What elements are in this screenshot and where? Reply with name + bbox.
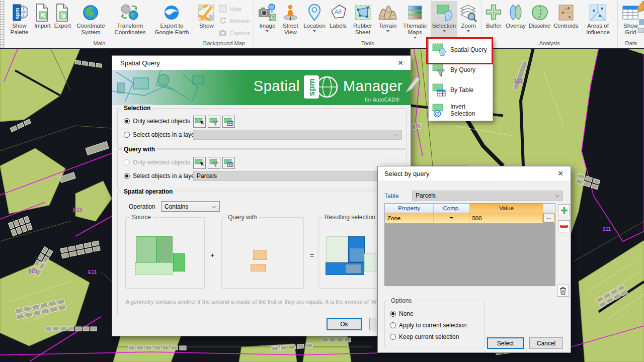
- grid-cell-property[interactable]: Zone: [385, 213, 434, 223]
- combo-value: Parcels: [416, 192, 436, 199]
- ribbon-button-show-background[interactable]: Show: [196, 1, 217, 29]
- diagram-shape: [251, 264, 266, 272]
- ribbon-button-labels[interactable]: AB Labels: [327, 1, 349, 29]
- ribbon-button-buffer[interactable]: Buffer: [483, 1, 504, 29]
- remove-condition-button[interactable]: [558, 220, 570, 232]
- ribbon-button-label: Transform Coordinates: [110, 23, 149, 36]
- dialog-title: Select by query: [384, 170, 430, 177]
- qw-filter-objects-button[interactable]: [208, 157, 220, 169]
- operation-label: Operation: [129, 203, 155, 210]
- spatial-query-titlebar[interactable]: Spatial Query ✕: [112, 56, 411, 70]
- dissolve-icon: [530, 3, 549, 23]
- chevron-down-icon: [386, 30, 389, 32]
- pick-objects-button[interactable]: [193, 116, 206, 128]
- ribbon-button-label: Street View: [280, 23, 300, 36]
- table-objects-button[interactable]: [222, 116, 235, 128]
- ribbon-button-label: Image: [259, 23, 275, 29]
- ribbon-button-label: Export to Google Earth: [152, 23, 191, 36]
- ribbon-button-location[interactable]: Location: [302, 1, 327, 32]
- ribbon-button-terrain[interactable]: Terrain: [376, 1, 399, 32]
- ribbon-button-rubber-sheet[interactable]: Rubber Sheet: [349, 1, 376, 36]
- grid-header-value[interactable]: Value: [470, 204, 543, 213]
- chevron-down-icon: [394, 132, 399, 137]
- ok-button[interactable]: Ok: [327, 318, 362, 330]
- ribbon-button-export-google-earth[interactable]: Export to Google Earth: [151, 1, 192, 36]
- grid-header-property[interactable]: Property: [385, 204, 434, 213]
- diagram-shape: [173, 253, 185, 272]
- street-view-pegman-icon: [281, 3, 299, 23]
- ribbon-button-street-view[interactable]: Street View: [279, 1, 302, 36]
- import-icon: [34, 3, 51, 23]
- ribbon-button-refresh: Refresh: [217, 15, 252, 27]
- table-combo[interactable]: Parcels: [412, 191, 563, 201]
- menu-item-label: By Query: [450, 66, 475, 73]
- radio-select-objects-in-layer[interactable]: Select objects in a layer: [124, 131, 197, 138]
- ribbon-button-label: Location: [303, 23, 325, 29]
- image-camera-icon: [257, 3, 277, 23]
- ribbon-button-label: Centroids: [553, 23, 578, 29]
- ribbon-button-coordinate-system[interactable]: Coordinate System: [72, 1, 109, 36]
- ribbon-button-centroids[interactable]: Centroids: [552, 1, 580, 29]
- value-ellipsis-button[interactable]: ...: [543, 214, 554, 223]
- ribbon-grip[interactable]: [0, 0, 5, 48]
- query-grid-row[interactable]: Zone = 500 ...: [385, 213, 555, 224]
- qw-table-objects-button[interactable]: [222, 157, 235, 169]
- map-label: B13: [73, 207, 82, 213]
- radio-qw-only-selected-objects: Only selected objects: [124, 159, 190, 166]
- radio-icon: [390, 322, 396, 328]
- radio-none[interactable]: None: [390, 310, 414, 317]
- query-with-layer-combo[interactable]: Parcels: [193, 171, 402, 181]
- qw-pick-objects-button[interactable]: [193, 157, 206, 169]
- map-label: E11: [88, 269, 97, 275]
- ribbon-button-thematic-maps[interactable]: Thematic Maps: [399, 1, 431, 39]
- selection-groupbox: Selection Only selected objects Select o…: [117, 108, 407, 149]
- menu-item-invert-selection[interactable]: Invert Selection: [429, 100, 493, 120]
- ribbon-button-export[interactable]: Export: [52, 1, 72, 29]
- ribbon-button-transform-coordinates[interactable]: Transform Coordinates: [109, 1, 151, 36]
- invert-selection-icon: [432, 103, 447, 117]
- select-by-query-titlebar[interactable]: Select by query ✕: [378, 166, 571, 180]
- ribbon-button-dissolve[interactable]: Dissolve: [527, 1, 552, 29]
- ribbon-button-import[interactable]: Import: [32, 1, 52, 29]
- diagram-shape: [253, 250, 267, 260]
- export-icon: [54, 3, 71, 23]
- by-query-funnel-icon: [432, 63, 447, 77]
- map-label: 211: [603, 226, 611, 232]
- radio-keep-current-selection[interactable]: Keep current selection: [390, 333, 459, 340]
- close-icon[interactable]: ✕: [555, 169, 566, 177]
- overlay-icon: [506, 3, 525, 23]
- options-groupbox: Options None Apply to current selection …: [384, 301, 485, 347]
- chevron-down-icon: [467, 30, 470, 32]
- ribbon-group-label: Data: [618, 40, 644, 48]
- menu-item-by-table[interactable]: By Table: [429, 80, 493, 100]
- clear-conditions-trash-button[interactable]: [557, 285, 569, 297]
- ribbon-button-overlay[interactable]: Overlay: [504, 1, 527, 29]
- ribbon-button-hide: Hide: [217, 3, 252, 15]
- ribbon-button-show-palette[interactable]: spm Show Palette: [6, 1, 32, 36]
- areas-of-influence-icon: [588, 3, 607, 23]
- add-condition-button[interactable]: [558, 204, 570, 216]
- select-button[interactable]: Select: [487, 337, 524, 349]
- radio-only-selected-objects[interactable]: Only selected objects: [124, 118, 190, 125]
- ribbon-button-label: Buffer: [486, 23, 501, 29]
- filter-objects-button[interactable]: [208, 116, 220, 128]
- ribbon-button-label: Overlay: [506, 23, 526, 29]
- ribbon-button-areas-of-influence[interactable]: Areas of Influence: [580, 1, 616, 36]
- grid-cell-comp[interactable]: =: [434, 213, 470, 223]
- cancel-button[interactable]: Cancel: [529, 337, 563, 349]
- ribbon-button-selection[interactable]: Selection: [431, 1, 457, 40]
- radio-qw-select-objects-in-layer[interactable]: Select objects in a layer: [124, 172, 197, 179]
- globe-icon: [82, 3, 100, 23]
- ribbon-button-label: Hide: [229, 6, 242, 12]
- grid-header-comp[interactable]: Comp.: [434, 204, 470, 213]
- diagram-shape: [350, 248, 364, 261]
- ribbon-button-image[interactable]: Image: [256, 1, 279, 32]
- select-by-query-dialog: Select by query ✕ Table Parcels Property…: [377, 166, 571, 353]
- chevron-down-icon: [555, 193, 560, 198]
- grid-cell-value[interactable]: 500: [469, 213, 543, 223]
- close-icon[interactable]: ✕: [395, 59, 406, 67]
- operation-combo[interactable]: Contains: [161, 201, 220, 212]
- ribbon-button-label: Export: [54, 23, 71, 29]
- radio-apply-to-current-selection[interactable]: Apply to current selection: [390, 322, 467, 329]
- ribbon-button-zoom[interactable]: Zoom: [457, 1, 479, 32]
